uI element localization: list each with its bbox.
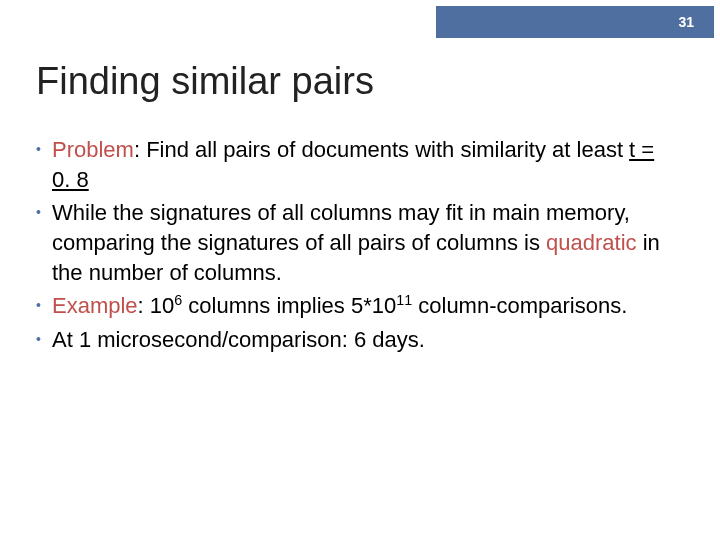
- bullet-4: At 1 microsecond/comparison: 6 days.: [36, 325, 676, 355]
- header-bar: 31: [436, 6, 714, 38]
- bullet-3-mid: columns implies 5*10: [182, 293, 396, 318]
- bullet-3-post: column-comparisons.: [412, 293, 627, 318]
- bullet-1-mid: : Find all pairs of documents with simil…: [134, 137, 629, 162]
- bullet-3-example: Example: [52, 293, 138, 318]
- bullet-3-pre: : 10: [138, 293, 175, 318]
- slide: 31 Finding similar pairs Problem: Find a…: [0, 0, 720, 540]
- slide-number: 31: [678, 14, 694, 30]
- bullet-2-pre: While the signatures of all columns may …: [52, 200, 630, 255]
- slide-title: Finding similar pairs: [36, 60, 374, 103]
- bullet-1: Problem: Find all pairs of documents wit…: [36, 135, 676, 194]
- bullet-2: While the signatures of all columns may …: [36, 198, 676, 287]
- bullet-list: Problem: Find all pairs of documents wit…: [36, 135, 676, 355]
- bullet-1-problem: Problem: [52, 137, 134, 162]
- bullet-2-quadratic: quadratic: [546, 230, 637, 255]
- slide-body: Problem: Find all pairs of documents wit…: [36, 135, 676, 359]
- bullet-4-text: At 1 microsecond/comparison: 6 days.: [52, 327, 425, 352]
- bullet-3-exp2: 11: [396, 292, 412, 308]
- bullet-3: Example: 106 columns implies 5*1011 colu…: [36, 291, 676, 321]
